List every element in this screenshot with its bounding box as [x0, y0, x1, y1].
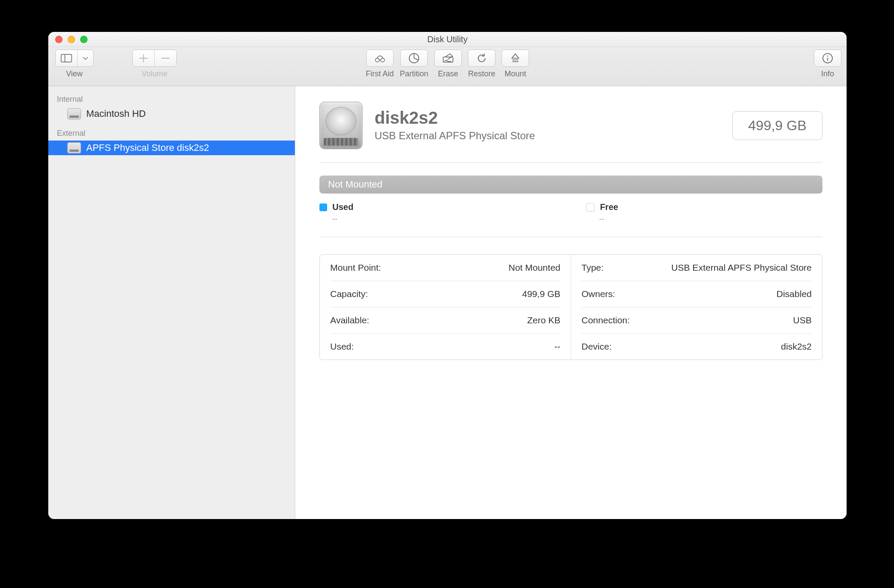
disk-utility-window: Disk Utility View — [48, 32, 847, 519]
erase-label: Erase — [438, 69, 458, 78]
hard-disk-icon — [67, 108, 81, 119]
first-aid-icon — [366, 50, 393, 66]
swatch-free-icon — [586, 203, 595, 212]
main-panel: disk2s2 USB External APFS Physical Store… — [295, 86, 847, 519]
volume-label: Volume — [141, 69, 167, 78]
sidebar-item-apfs-physical-store[interactable]: APFS Physical Store disk2s2 — [48, 141, 295, 155]
hard-disk-icon — [67, 142, 81, 153]
legend-free: Free -- — [586, 202, 618, 224]
partition-button[interactable] — [400, 50, 428, 67]
volume-buttons — [132, 50, 177, 67]
restore-icon — [469, 50, 495, 66]
detail-key: Used: — [330, 341, 354, 352]
chevron-down-icon — [77, 50, 93, 66]
drive-illustration-icon — [319, 102, 363, 149]
separator — [319, 162, 822, 163]
partition-icon — [401, 50, 428, 66]
mount-button[interactable] — [502, 50, 529, 67]
volume-title: disk2s2 — [375, 109, 720, 126]
details-col-right: Type:USB External APFS Physical Store Ow… — [571, 255, 822, 360]
detail-key: Owners: — [581, 289, 615, 299]
svg-marker-12 — [512, 54, 519, 58]
sidebar: Internal Macintosh HD External APFS Phys… — [48, 86, 295, 519]
detail-value: disk2s2 — [781, 341, 812, 352]
separator — [319, 237, 822, 237]
restore-button[interactable] — [468, 50, 496, 67]
remove-volume-button[interactable] — [154, 50, 176, 66]
mount-status-bar: Not Mounted — [319, 175, 822, 194]
detail-row: Mount Point:Not Mounted — [330, 255, 560, 281]
minimize-button[interactable] — [68, 36, 75, 43]
details-table: Mount Point:Not Mounted Capacity:499,9 G… — [319, 254, 822, 360]
erase-button[interactable] — [434, 50, 462, 67]
erase-icon — [435, 50, 462, 66]
window-title: Disk Utility — [48, 34, 847, 44]
titlebar: Disk Utility — [48, 32, 847, 47]
volume-header: disk2s2 USB External APFS Physical Store… — [319, 102, 822, 149]
zoom-button[interactable] — [80, 36, 88, 43]
detail-key: Available: — [330, 315, 369, 325]
mount-label: Mount — [505, 69, 526, 78]
toolbar: View Volume — [48, 47, 847, 86]
first-aid-label: First Aid — [366, 69, 394, 78]
partition-label: Partition — [400, 69, 428, 78]
detail-row: Capacity:499,9 GB — [330, 281, 560, 307]
sidebar-section-internal: Internal — [48, 92, 295, 106]
info-label: Info — [821, 69, 834, 78]
detail-value: USB — [793, 315, 812, 325]
detail-value: Disabled — [776, 289, 812, 299]
restore-label: Restore — [468, 69, 495, 78]
detail-key: Mount Point: — [330, 263, 381, 273]
sidebar-item-label: APFS Physical Store disk2s2 — [86, 142, 209, 153]
svg-point-5 — [375, 58, 379, 62]
details-col-left: Mount Point:Not Mounted Capacity:499,9 G… — [320, 255, 571, 360]
legend-used-label: Used — [332, 202, 353, 212]
detail-key: Type: — [581, 263, 603, 273]
detail-key: Connection: — [581, 315, 630, 325]
window-controls — [55, 36, 88, 43]
view-label: View — [66, 69, 83, 78]
info-button[interactable] — [814, 50, 841, 67]
legend-free-label: Free — [600, 202, 618, 212]
swatch-used-icon — [319, 203, 327, 211]
sidebar-toggle-icon — [56, 50, 77, 66]
detail-row: Owners:Disabled — [581, 281, 812, 307]
detail-value: 499,9 GB — [522, 289, 560, 299]
detail-value: USB External APFS Physical Store — [671, 263, 812, 273]
svg-rect-0 — [61, 54, 72, 62]
add-volume-button[interactable] — [133, 50, 154, 66]
sidebar-item-label: Macintosh HD — [86, 108, 146, 119]
detail-row: Type:USB External APFS Physical Store — [581, 255, 812, 281]
detail-key: Capacity: — [330, 289, 368, 299]
detail-value: -- — [554, 341, 560, 352]
detail-key: Device: — [581, 341, 612, 352]
capacity-badge: 499,9 GB — [732, 111, 822, 140]
volume-subtitle: USB External APFS Physical Store — [375, 130, 720, 142]
detail-row: Used:-- — [330, 334, 560, 360]
detail-row: Connection:USB — [581, 307, 812, 334]
mount-status-text: Not Mounted — [328, 179, 382, 190]
detail-value: Zero KB — [527, 315, 560, 325]
info-icon — [814, 50, 841, 66]
svg-point-6 — [381, 58, 384, 62]
detail-row: Available:Zero KB — [330, 307, 560, 334]
close-button[interactable] — [55, 36, 63, 43]
svg-point-16 — [827, 56, 828, 56]
sidebar-item-macintosh-hd[interactable]: Macintosh HD — [48, 106, 295, 121]
view-button[interactable] — [55, 50, 94, 67]
sidebar-section-external: External — [48, 126, 295, 141]
detail-value: Not Mounted — [509, 263, 560, 273]
window-body: Internal Macintosh HD External APFS Phys… — [48, 86, 847, 519]
svg-line-10 — [414, 58, 419, 60]
legend-used-value: -- — [319, 215, 353, 224]
legend-free-value: -- — [586, 215, 618, 224]
mount-icon — [502, 50, 529, 66]
usage-legend: Used -- Free -- — [319, 202, 822, 224]
first-aid-button[interactable] — [366, 50, 394, 67]
legend-used: Used -- — [319, 202, 353, 224]
detail-row: Device:disk2s2 — [581, 334, 812, 360]
